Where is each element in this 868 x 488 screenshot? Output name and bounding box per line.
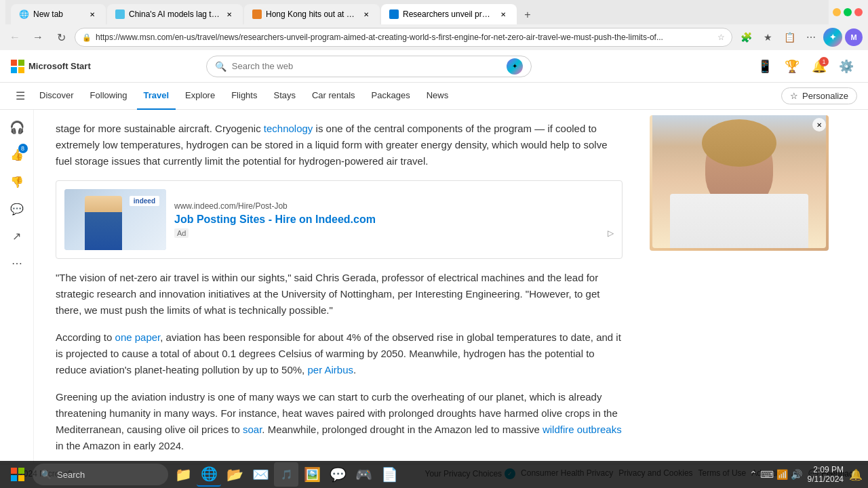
back-button[interactable]: ← (5, 28, 24, 47)
msn-logo-text: Microsoft Start (28, 61, 91, 71)
volume-icon[interactable]: 🔊 (791, 469, 802, 480)
taskbar-app-explorer[interactable]: 📁 (171, 462, 195, 487)
nav-following[interactable]: Following (83, 83, 134, 110)
tab-favicon-new: 🌐 (19, 9, 29, 19)
tab-favicon-hk (252, 9, 262, 19)
settings-icon[interactable]: ⚙️ (835, 56, 857, 77)
copilot-button[interactable]: ✦ (823, 28, 842, 47)
tab-close-researchers[interactable]: ✕ (498, 9, 509, 20)
thumbs-up-icon[interactable]: 👍 8 (5, 142, 29, 167)
share-icon[interactable]: ↗ (5, 224, 29, 248)
comment-icon[interactable]: 💬 (5, 197, 29, 221)
nav-flights[interactable]: Flights (224, 83, 264, 110)
taskbar-clock[interactable]: 2:09 PM 9/11/2024 (808, 465, 844, 484)
wildfire-link[interactable]: wildfire outbreaks (542, 424, 622, 435)
ad-title[interactable]: Job Posting Sites - Hire on Indeed.com (174, 214, 614, 226)
address-bar-row: ← → ↻ 🔒 https://www.msn.com/en-us/travel… (0, 24, 868, 50)
taskbar-app-edge[interactable]: 🌐 (197, 462, 221, 487)
soar-link[interactable]: soar (243, 424, 262, 435)
tab-title-hk: Hong Kong hits out at US Congres... (266, 9, 357, 19)
svg-rect-1 (18, 60, 24, 66)
thumbs-down-icon[interactable]: 👎 (5, 169, 29, 194)
svg-rect-3 (18, 67, 24, 73)
tab-title-researchers: Researchers unveil program aime... (403, 9, 494, 19)
ad-block[interactable]: indeed www.indeed.com/Hire/Post-Job Job … (56, 180, 623, 259)
device-icon[interactable]: 📱 (754, 56, 776, 77)
copilot-search-btn[interactable]: ✦ (507, 58, 523, 75)
taskbar-search[interactable]: 🔍 Search (33, 464, 168, 485)
tab-close-new[interactable]: ✕ (87, 9, 98, 20)
nav-travel[interactable]: Travel (137, 83, 176, 110)
address-bar[interactable]: 🔒 https://www.msn.com/en-us/travel/news/… (75, 28, 732, 47)
profile-icon[interactable]: M (845, 28, 863, 46)
personalize-label: Personalize (802, 91, 848, 101)
ad-content: www.indeed.com/Hire/Post-Job Job Posting… (174, 201, 614, 238)
rewards-icon[interactable]: 🏆 (781, 56, 803, 77)
star-icon[interactable]: ☆ (717, 33, 725, 42)
taskbar: 🔍 Search 📁 🌐 📂 ✉️ 🎵 🖼️ 💬 🎮 📄 ⌃ ⌨ 📶 🔊 2:0… (0, 461, 868, 488)
new-tab-button[interactable]: + (518, 5, 537, 24)
nav-packages[interactable]: Packages (365, 83, 417, 110)
personalize-button[interactable]: ☆ Personalize (781, 87, 857, 104)
notification-badge: 1 (819, 57, 829, 66)
search-input[interactable] (232, 61, 501, 71)
likes-badge: 8 (18, 144, 28, 153)
article-content: stage for more sustainable aircraft. Cry… (34, 110, 644, 464)
article-paragraph-1: stage for more sustainable aircraft. Cry… (56, 121, 623, 169)
svg-rect-0 (11, 60, 17, 66)
title-bar: 🌐 New tab ✕ China's AI models lag their … (0, 0, 868, 24)
taskbar-app-acrobat[interactable]: 📄 (377, 462, 401, 487)
tab-new-tab[interactable]: 🌐 New tab ✕ (11, 4, 106, 24)
taskbar-app-photos[interactable]: 🖼️ (300, 462, 324, 487)
more-options-icon[interactable]: ⋯ (5, 251, 29, 275)
hamburger-menu[interactable]: ☰ (11, 87, 30, 106)
nav-discover[interactable]: Discover (33, 83, 81, 110)
browser-extras-icon[interactable]: ⋯ (802, 28, 821, 47)
ad-report-icon[interactable]: ▷ (608, 228, 614, 238)
msn-logo[interactable]: Microsoft Start (11, 60, 91, 73)
system-tray: ⌃ ⌨ 📶 🔊 (749, 469, 802, 480)
close-btn[interactable] (854, 8, 863, 16)
star-outline-icon: ☆ (790, 91, 798, 101)
maximize-btn[interactable] (844, 8, 852, 16)
start-button[interactable] (5, 462, 30, 487)
notifications-icon[interactable]: 🔔 1 (808, 56, 830, 77)
tab-close-china[interactable]: ✕ (224, 9, 235, 20)
window-controls (833, 8, 863, 16)
notification-center-icon[interactable]: 🔔 (849, 468, 863, 481)
extensions-icon[interactable]: 🧩 (736, 28, 755, 47)
msn-search-bar[interactable]: 🔍 ✦ (206, 56, 532, 77)
header-right: 📱 🏆 🔔 1 ⚙️ (754, 56, 857, 77)
audio-icon[interactable]: 🎧 (5, 115, 29, 140)
taskbar-app-music[interactable]: 🎵 (274, 462, 298, 487)
tab-researchers[interactable]: Researchers unveil program aime... ✕ (381, 4, 517, 24)
nav-stays[interactable]: Stays (267, 83, 302, 110)
favorites-icon[interactable]: ★ (758, 28, 777, 47)
sidebar-close-icon[interactable]: ✕ (812, 118, 826, 131)
per-airbus-link[interactable]: per Airbus (307, 364, 353, 375)
minimize-btn[interactable] (833, 8, 841, 16)
svg-rect-4 (11, 468, 17, 474)
nav-news[interactable]: News (420, 83, 456, 110)
taskbar-app-files[interactable]: 📂 (222, 462, 247, 487)
chevron-up-icon[interactable]: ⌃ (749, 469, 757, 480)
ad-url: www.indeed.com/Hire/Post-Job (174, 201, 614, 211)
nav-explore[interactable]: Explore (178, 83, 222, 110)
technology-link[interactable]: technology (264, 123, 313, 134)
taskbar-app-mail[interactable]: ✉️ (248, 462, 273, 487)
nav-car-rentals[interactable]: Car rentals (305, 83, 362, 110)
taskbar-app-steam[interactable]: 🎮 (351, 462, 376, 487)
taskbar-app-discord[interactable]: 💬 (326, 462, 350, 487)
ad-image: indeed (64, 189, 166, 250)
tab-hong-kong[interactable]: Hong Kong hits out at US Congres... ✕ (244, 4, 380, 24)
keyboard-icon[interactable]: ⌨ (760, 469, 774, 480)
refresh-button[interactable]: ↻ (52, 28, 71, 47)
one-paper-link[interactable]: one paper (115, 331, 161, 343)
network-icon[interactable]: 📶 (776, 469, 788, 480)
taskbar-time-text: 2:09 PM (808, 465, 844, 474)
tab-close-hk[interactable]: ✕ (361, 9, 372, 20)
tab-china-ai[interactable]: China's AI models lag their U.S.... ✕ (107, 4, 243, 24)
collections-icon[interactable]: 📋 (780, 28, 799, 47)
address-text: https://www.msn.com/en-us/travel/news/re… (96, 33, 713, 42)
forward-button[interactable]: → (28, 28, 47, 47)
